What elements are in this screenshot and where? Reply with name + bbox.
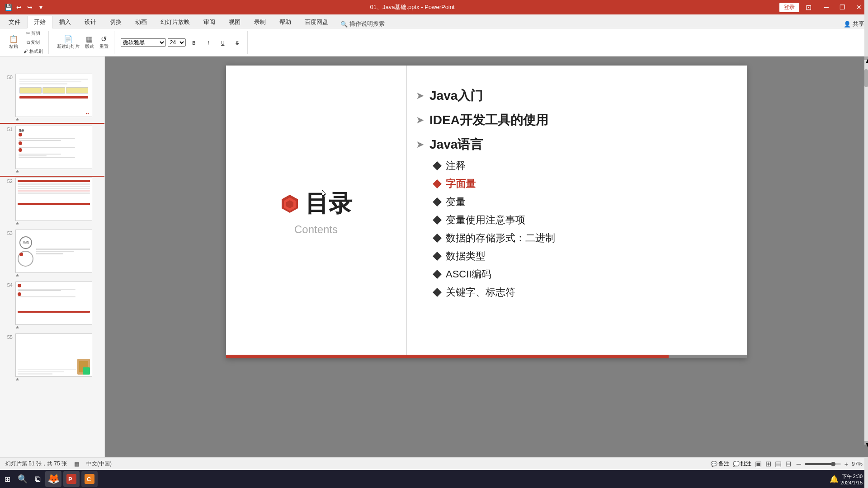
- tab-animations[interactable]: 动画: [128, 16, 154, 28]
- slide-item-55[interactable]: 55 ★: [0, 332, 104, 384]
- titlebar: 💾 ↩ ↪ ▾ 01、Java基础.pptx - PowerPoint 登录 ⊡…: [0, 0, 868, 14]
- copy-button[interactable]: ⧉ 复制: [22, 38, 45, 47]
- titlebar-left: 💾 ↩ ↪ ▾: [4, 3, 45, 12]
- sub-text-1: 注释: [446, 159, 466, 173]
- user-icon: 👤: [844, 21, 851, 28]
- zoom-out-button[interactable]: ─: [795, 460, 803, 468]
- taskbar-other-app[interactable]: C: [81, 471, 98, 487]
- windows-start-button[interactable]: ⊞: [2, 471, 13, 487]
- reset-button[interactable]: ↺重置: [98, 34, 110, 51]
- taskbar-powerpoint[interactable]: P: [63, 471, 80, 487]
- normal-view-btn[interactable]: ▣: [755, 460, 762, 468]
- tab-file[interactable]: 文件: [2, 16, 27, 28]
- slide-thumb-53: 动态: [15, 230, 92, 273]
- arrow-icon-1: ➤: [416, 90, 424, 102]
- tab-record[interactable]: 录制: [247, 16, 273, 28]
- scroll-down-arrow[interactable]: ▼: [864, 441, 868, 445]
- slide-sorter-btn[interactable]: ⊞: [765, 460, 771, 468]
- slide-item-53[interactable]: 53 动态: [0, 228, 104, 280]
- taskview-button[interactable]: ⧉: [32, 471, 43, 487]
- slide-item-52[interactable]: 52 ★: [0, 176, 104, 228]
- menu-text-3: Java语言: [429, 136, 483, 153]
- sub-item-comment: 注释: [416, 157, 738, 175]
- slide-subtitle: Contents: [294, 223, 338, 236]
- tab-review[interactable]: 审阅: [197, 16, 222, 28]
- slide-thumb-51: 目录: [15, 126, 92, 169]
- svg-text:P: P: [68, 476, 72, 483]
- search-box[interactable]: 🔍 操作说明搜索: [340, 20, 385, 28]
- diamond-icon-5: [433, 234, 442, 243]
- language-label: 中文(中国): [86, 460, 112, 468]
- slide-canvas[interactable]: 目录 Contents ➤ Java入门 ➤ IDEA开发工具的使用 ➤: [226, 66, 747, 358]
- menu-item-2: ➤ IDEA开发工具的使用: [416, 108, 738, 132]
- share-button[interactable]: 👤 共享: [844, 20, 864, 28]
- save-icon[interactable]: 💾: [4, 3, 13, 12]
- tab-baidupan[interactable]: 百度网盘: [298, 16, 335, 28]
- view-mode-icon[interactable]: ⊡: [803, 3, 814, 12]
- scroll-up-arrow[interactable]: ▲: [864, 56, 868, 60]
- zoom-in-button[interactable]: +: [843, 460, 850, 468]
- layout-button[interactable]: ▦版式: [83, 34, 96, 51]
- diamond-icon-8: [433, 288, 442, 297]
- tab-home[interactable]: 开始: [27, 16, 52, 28]
- tab-help[interactable]: 帮助: [273, 16, 298, 28]
- customize-icon[interactable]: ▾: [36, 3, 45, 12]
- logo-area: 目录: [280, 188, 352, 220]
- slideshow-btn[interactable]: ⊟: [785, 460, 791, 468]
- slides-group: 📄新建幻灯片 ▦版式 ↺重置: [52, 31, 114, 54]
- diamond-icon-3: [433, 197, 442, 206]
- minimize-button[interactable]: ─: [821, 3, 831, 12]
- undo-icon[interactable]: ↩: [14, 3, 24, 12]
- slide-item-54[interactable]: 54 ★: [0, 280, 104, 332]
- comments-button[interactable]: 💭 批注: [733, 460, 751, 468]
- ribbon: 文件 开始 插入 设计 切换 动画 幻灯片放映 审阅 视图 录制 帮助 百度网盘…: [0, 14, 868, 56]
- ribbon-tools: 📋粘贴 ✂ 剪切 ⧉ 复制 🖌 格式刷 📄新建幻灯片 ▦版式 ↺重置 微软雅黑: [0, 28, 868, 56]
- slide-panel: 50 ●● ★: [0, 56, 105, 457]
- font-group: 微软雅黑 24 B I U S: [117, 31, 248, 54]
- slide-info: 幻灯片第 51 张，共 75 张: [5, 460, 67, 468]
- tab-design[interactable]: 设计: [78, 16, 103, 28]
- statusbar: 幻灯片第 51 张，共 75 张 ▦ 中文(中国) 💬 备注 💭 批注 ▣ ⊞ …: [0, 457, 868, 470]
- new-slide-button[interactable]: 📄新建幻灯片: [55, 34, 81, 51]
- format-painter-button[interactable]: 🖌 格式刷: [22, 47, 45, 56]
- tab-view[interactable]: 视图: [222, 16, 247, 28]
- redo-icon[interactable]: ↪: [25, 3, 34, 12]
- font-size-select[interactable]: 24: [168, 38, 186, 47]
- sub-item-storage: 数据的存储形式：二进制: [416, 229, 738, 247]
- bold-button[interactable]: B: [188, 40, 200, 47]
- paste-button[interactable]: 📋粘贴: [7, 34, 20, 51]
- diamond-icon-6: [433, 252, 442, 261]
- underline-button[interactable]: U: [217, 40, 229, 47]
- tab-transitions[interactable]: 切换: [103, 16, 128, 28]
- italic-button[interactable]: I: [202, 40, 215, 47]
- scroll-handle[interactable]: [864, 69, 868, 87]
- search-icon: 🔍: [340, 21, 348, 28]
- login-button[interactable]: 登录: [779, 3, 799, 12]
- sub-item-literal: 字面量: [416, 175, 738, 193]
- slide-item-50[interactable]: 50 ●● ★: [0, 72, 104, 124]
- tab-insert[interactable]: 插入: [52, 16, 78, 28]
- close-button[interactable]: ✕: [854, 3, 864, 12]
- reading-view-btn[interactable]: ▤: [775, 460, 782, 468]
- diamond-icon-7: [433, 270, 442, 279]
- system-tray: 下午 2:30 2024/1/15: [840, 473, 863, 485]
- strikethrough-button[interactable]: S: [231, 40, 244, 47]
- restore-button[interactable]: ❐: [837, 3, 848, 12]
- tab-slideshow[interactable]: 幻灯片放映: [154, 16, 197, 28]
- taskbar-right: 🔔 下午 2:30 2024/1/15: [830, 473, 866, 485]
- zoom-slider[interactable]: [805, 463, 841, 465]
- arrow-icon-3: ➤: [416, 139, 424, 150]
- zoom-level-label: 97%: [852, 461, 863, 467]
- notes-button[interactable]: 💬 备注: [711, 460, 729, 468]
- cut-button[interactable]: ✂ 剪切: [22, 29, 45, 38]
- taskbar-firefox[interactable]: 🦊: [45, 471, 61, 487]
- slide-thumb-55: [15, 333, 92, 377]
- canvas-scrollbar[interactable]: ▲ ▼: [864, 56, 868, 445]
- font-family-select[interactable]: 微软雅黑: [121, 38, 166, 47]
- search-taskbar-button[interactable]: 🔍: [15, 471, 30, 487]
- notification-icon[interactable]: 🔔: [830, 475, 839, 483]
- notes-label: 备注: [718, 460, 729, 468]
- slide-item-51[interactable]: 51 目录 ★: [0, 124, 104, 176]
- taskbar: ⊞ 🔍 ⧉ 🦊 P C 🔔 下午 2:30 2024/1/15: [0, 470, 868, 488]
- sub-text-5: 数据的存储形式：二进制: [446, 231, 555, 245]
